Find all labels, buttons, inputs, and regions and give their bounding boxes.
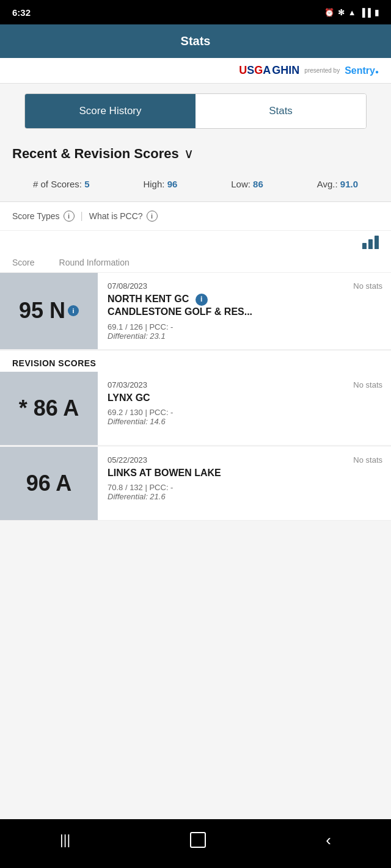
tabs-container: Score History Stats: [24, 93, 367, 129]
round-info-1: 07/08/2023 No stats NORTH KENT GC i CAND…: [98, 273, 391, 349]
time: 6:32: [12, 7, 31, 18]
round-details-1: 69.1 / 126 | PCC: - Differential: 23.1: [108, 322, 382, 341]
round-info-2: 07/03/2023 No stats LYNX GC 69.2 / 130 |…: [98, 372, 391, 445]
score-card-2[interactable]: * 86 A 07/03/2023 No stats LYNX GC 69.2 …: [0, 372, 391, 446]
tabs-wrapper: Score History Stats: [0, 84, 391, 129]
status-bar: 6:32 ⏰ ✻ ▲ ▐▐ ▮: [0, 0, 391, 24]
score-filter[interactable]: Recent & Revision Scores ∨: [0, 129, 391, 172]
gesture-bar: ||| ‹: [0, 819, 391, 868]
no-stats-3: No stats: [353, 455, 382, 465]
round-date-2: 07/03/2023: [108, 380, 147, 389]
round-details-3: 70.8 / 132 | PCC: - Differential: 21.6: [108, 483, 382, 501]
col-round-info: Round Information: [59, 258, 130, 267]
battery-icon: ▮: [375, 8, 379, 17]
score-box-3: 96 A: [0, 447, 98, 520]
gesture-back[interactable]: ‹: [326, 831, 331, 850]
usga-ghin-logo: USGA GHIN: [239, 64, 299, 77]
score-types-bar: Score Types i | What is PCC? i: [0, 202, 391, 231]
round-course-1b: CANDLESTONE GOLF & RES...: [108, 306, 382, 319]
stat-count: # of Scores: 5: [33, 179, 90, 189]
chart-icon[interactable]: [362, 234, 379, 249]
round-course-1: NORTH KENT GC i: [108, 293, 382, 306]
score-box-2: * 86 A: [0, 372, 98, 445]
pcc-info-icon[interactable]: i: [147, 211, 158, 222]
score-types-info-icon[interactable]: i: [64, 211, 75, 222]
stat-high: High: 96: [143, 179, 177, 189]
score-box-1: 95 N i: [0, 273, 98, 349]
round-details-2: 69.2 / 130 | PCC: - Differential: 14.6: [108, 408, 382, 426]
pcc-text: What is PCC?: [89, 211, 143, 221]
score-card-1[interactable]: 95 N i 07/08/2023 No stats NORTH KENT GC…: [0, 273, 391, 350]
content-area: Recent & Revision Scores ∨ # of Scores: …: [0, 129, 391, 620]
score-types-text: Score Types: [12, 211, 60, 221]
alarm-icon: ⏰: [324, 8, 334, 17]
chart-area: [0, 231, 391, 253]
col-score: Score: [12, 258, 35, 267]
round-course-3: LINKS AT BOWEN LAKE: [108, 467, 382, 480]
round-date-3: 05/22/2023: [108, 455, 147, 465]
divider: |: [81, 211, 83, 222]
signal-icon: ▐▐: [360, 8, 371, 17]
round-course-2: LYNX GC: [108, 392, 382, 405]
score-filter-text: Recent & Revision Scores: [12, 146, 179, 162]
ghin-text: GHIN: [272, 64, 299, 77]
logo-bar: USGA GHIN presented by Sentry●: [0, 58, 391, 84]
score-info-icon-1[interactable]: i: [68, 305, 79, 316]
course-info-icon-1[interactable]: i: [196, 294, 208, 306]
col-headers: Score Round Information: [0, 253, 391, 273]
stats-row: # of Scores: 5 High: 96 Low: 86 Avg.: 91…: [0, 172, 391, 202]
gesture-home[interactable]: [190, 832, 206, 848]
stat-low: Low: 86: [231, 179, 263, 189]
header-title: Stats: [181, 34, 211, 48]
tab-score-history[interactable]: Score History: [25, 94, 196, 128]
round-date-1: 07/08/2023: [108, 281, 147, 291]
stat-avg: Avg.: 91.0: [317, 179, 358, 189]
round-info-3: 05/22/2023 No stats LINKS AT BOWEN LAKE …: [98, 447, 391, 520]
score-card-3[interactable]: 96 A 05/22/2023 No stats LINKS AT BOWEN …: [0, 447, 391, 521]
wifi-icon: ▲: [348, 8, 356, 17]
revision-label: REVISION SCORES: [0, 351, 391, 372]
app-header: Stats: [0, 24, 391, 58]
bluetooth-icon: ✻: [338, 8, 345, 17]
gesture-recents[interactable]: |||: [60, 832, 70, 848]
status-icons: ⏰ ✻ ▲ ▐▐ ▮: [324, 8, 379, 17]
chevron-down-icon: ∨: [184, 146, 194, 162]
no-stats-2: No stats: [353, 380, 382, 389]
presented-by: presented by: [304, 67, 340, 74]
no-stats-1: No stats: [353, 281, 382, 291]
sentry-logo: Sentry●: [345, 65, 379, 76]
tab-stats[interactable]: Stats: [196, 94, 366, 128]
